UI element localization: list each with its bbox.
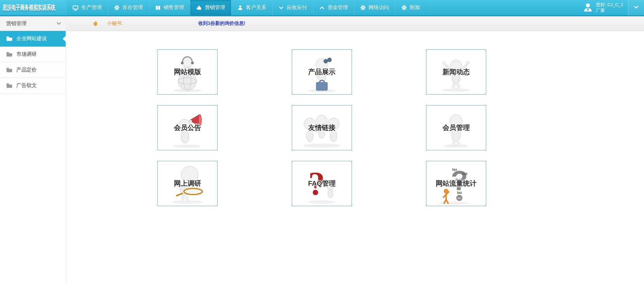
- gear-icon: [401, 5, 407, 11]
- sidebar-item-market-research[interactable]: 市场调研: [0, 47, 66, 62]
- user-text: 您好, CJ_C_1 厂家: [596, 2, 623, 14]
- card-label: 产品展示: [292, 67, 352, 76]
- person-icon: [237, 5, 243, 11]
- svg-text:tax: tax: [458, 197, 461, 200]
- folder-icon: [6, 36, 13, 41]
- chevron-down-icon[interactable]: [56, 21, 62, 26]
- card-label: 会员管理: [426, 123, 486, 132]
- folder-icon: [6, 52, 13, 57]
- secretary-bar: 小秘书: 收到1份新的询价信息!: [66, 16, 644, 31]
- card-site-traffic[interactable]: ?taxtaxtaxtaxtaxtax网站流量统计: [426, 161, 486, 206]
- card-label: 网站模版: [158, 67, 217, 76]
- sidebar-header-label: 营销管理: [6, 20, 27, 27]
- sidebar-item-ad-copy[interactable]: 广告软文: [0, 78, 66, 94]
- sidebar-item-label: 广告软文: [16, 82, 37, 89]
- sidebar-item-label: 企业网站建设: [16, 35, 47, 42]
- user-info[interactable]: 您好, CJ_C_1 厂家: [578, 0, 628, 15]
- sidebar-item-label: 产品定价: [16, 67, 37, 73]
- tab-label: 附加: [410, 4, 420, 11]
- svg-text:tax: tax: [452, 168, 457, 171]
- avatar-icon: [583, 2, 593, 14]
- folder-icon: [6, 67, 13, 72]
- tab-label: 资金管理: [327, 4, 348, 11]
- chevron-up-icon: [319, 5, 325, 11]
- chevron-down-icon: [278, 5, 284, 11]
- app-logo: 思沃电子商务模拟实训系统: [0, 0, 66, 15]
- gear-icon: [360, 5, 366, 11]
- sidebar-item-label: 市场调研: [16, 51, 37, 57]
- tab-label: 网络访问: [369, 4, 389, 11]
- nav-tab-production[interactable]: 生产管理: [66, 0, 108, 15]
- card-label: 网站流量统计: [426, 179, 486, 188]
- app-title: 思沃电子商务模拟实训系统: [3, 3, 55, 12]
- secretary-label: 小秘书:: [107, 20, 123, 27]
- card-member-notice[interactable]: 会员公告: [157, 105, 218, 150]
- folder-icon: [6, 83, 13, 88]
- nav-tabs: 生产管理库存管理销售管理营销管理客户关系应收应付资金管理网络访问附加: [66, 0, 426, 15]
- svg-text:tax: tax: [457, 191, 462, 195]
- top-nav: 思沃电子商务模拟实训系统 生产管理库存管理销售管理营销管理客户关系应收应付资金管…: [0, 0, 644, 16]
- card-label: 会员公告: [158, 123, 217, 132]
- megaphone-icon: [93, 20, 99, 27]
- books-icon: [155, 5, 161, 11]
- card-news[interactable]: 新闻动态: [426, 49, 486, 95]
- sidebar-item-product-pricing[interactable]: 产品定价: [0, 62, 66, 78]
- module-grid: 网站模版产品展示新闻动态会员公告友情链接会员管理网上调研?FAQ管理?taxta…: [66, 31, 644, 206]
- tab-label: 应收应付: [287, 4, 307, 11]
- user-role: 厂家: [596, 8, 623, 14]
- nav-tab-sales[interactable]: 销售管理: [149, 0, 190, 15]
- tab-label: 库存管理: [122, 4, 143, 11]
- secretary-message[interactable]: 收到1份新的询价信息!: [198, 20, 245, 27]
- svg-text:tax: tax: [462, 172, 468, 176]
- tab-label: 客户关系: [246, 4, 266, 11]
- tab-label: 生产管理: [81, 4, 102, 11]
- nav-right: 您好, CJ_C_1 厂家: [578, 0, 644, 15]
- card-website-template[interactable]: 网站模版: [157, 49, 218, 95]
- nav-tab-extra[interactable]: 附加: [395, 0, 426, 15]
- card-label: 新闻动态: [426, 67, 486, 76]
- nav-tab-inventory[interactable]: 库存管理: [108, 0, 149, 15]
- puzzle-icon: [196, 5, 202, 11]
- card-online-survey[interactable]: 网上调研: [157, 161, 218, 206]
- card-product-display[interactable]: 产品展示: [292, 49, 352, 95]
- user-greeting: 您好, CJ_C_1: [596, 2, 623, 8]
- sidebar-item-website-build[interactable]: 企业网站建设: [0, 31, 66, 47]
- nav-tab-receivables[interactable]: 应收应付: [272, 0, 313, 15]
- sidebar-items: 企业网站建设市场调研产品定价广告软文: [0, 31, 66, 94]
- chevron-down-icon: [633, 4, 639, 11]
- nav-tab-network[interactable]: 网络访问: [354, 0, 395, 15]
- card-label: FAQ管理: [292, 179, 352, 188]
- monitor-icon: [72, 5, 79, 11]
- tab-label: 营销管理: [205, 4, 225, 11]
- nav-tab-funds[interactable]: 资金管理: [313, 0, 354, 15]
- sidebar-header[interactable]: 营销管理: [0, 16, 66, 31]
- card-member-manage[interactable]: 会员管理: [426, 105, 486, 150]
- user-dropdown-button[interactable]: [628, 0, 644, 15]
- nav-tab-customer[interactable]: 客户关系: [231, 0, 272, 15]
- sidebar: 营销管理 企业网站建设市场调研产品定价广告软文: [0, 16, 66, 284]
- card-faq[interactable]: ?FAQ管理: [292, 161, 352, 206]
- card-label: 友情链接: [292, 123, 352, 132]
- main-content: 小秘书: 收到1份新的询价信息! 网站模版产品展示新闻动态会员公告友情链接会员管…: [66, 16, 644, 284]
- tab-label: 销售管理: [164, 4, 184, 11]
- card-label: 网上调研: [158, 179, 217, 188]
- gear-icon: [114, 5, 120, 11]
- card-friend-links[interactable]: 友情链接: [292, 105, 352, 150]
- nav-tab-marketing[interactable]: 营销管理: [190, 0, 231, 15]
